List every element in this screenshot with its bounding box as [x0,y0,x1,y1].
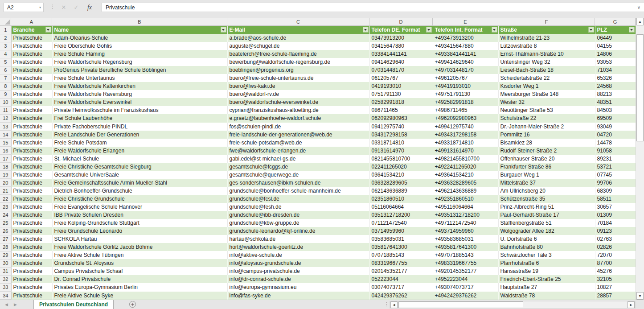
row-number[interactable]: 28 [0,243,11,251]
cell-e29[interactable]: +497071885143 [433,251,498,259]
cell-b10[interactable]: Freie Waldorfschule Everswinkel [52,98,227,106]
cell-e9[interactable]: +49751791130 [433,90,498,98]
column-header-a[interactable]: Branche [11,26,52,34]
row-number[interactable]: 32 [0,275,11,283]
cell-c19[interactable]: gesamtschule@querwege.de [227,171,369,179]
cell-c9[interactable]: buero@waldorf-rv.de [227,90,369,98]
cell-c3[interactable]: auguste@schugel.de [227,42,369,50]
filter-dropdown-icon[interactable] [221,27,226,33]
cell-a33[interactable]: Privatschule [11,283,52,291]
cell-c29[interactable]: info@aktive-schule.de [227,251,369,259]
cell-f26[interactable]: Wolgograder Allee 182 [498,227,595,235]
cell-g9[interactable]: 88213 [595,90,636,98]
row-number[interactable]: 3 [0,42,11,50]
row-number[interactable]: 10 [0,98,11,106]
cell-e2[interactable]: +493473913200 [433,34,498,42]
cell-d19[interactable]: 03641534210 [369,171,433,179]
cell-e15[interactable]: +493318714810 [433,139,498,147]
row-number[interactable]: 19 [0,171,11,179]
cell-a19[interactable]: Privatschule [11,171,52,179]
cell-e4[interactable]: +4933841441141 [433,50,498,58]
cell-g34[interactable]: 28857 [595,292,636,300]
cell-a16[interactable]: Privatschule [11,147,52,155]
cell-b26[interactable]: Freie Grundschule Leonardo [52,227,227,235]
cell-d10[interactable]: 02582991818 [369,98,433,106]
cell-g5[interactable]: 93053 [595,58,636,66]
cell-b30[interactable]: Grundschule St. Aloysius [52,259,227,267]
cell-g13[interactable]: 93049 [595,123,636,131]
row-number[interactable]: 2 [0,34,11,42]
cell-g15[interactable]: 14478 [595,139,636,147]
cell-f30[interactable]: Pfarrhofstraße 6 [498,259,595,267]
cell-c11[interactable]: cyprian@franziskushaus-altoetting.de [227,106,369,114]
row-number[interactable]: 30 [0,259,11,267]
cell-e28[interactable]: +4935817641300 [433,243,498,251]
cell-e34[interactable]: +4942429376262 [433,292,498,300]
filter-dropdown-icon[interactable] [426,27,432,33]
cell-e11[interactable]: +4986711465 [433,106,498,114]
cell-d7[interactable]: 061205767 [369,74,433,82]
cell-f32[interactable]: Friedrich-Ebert-Straße 25 [498,275,595,283]
cell-c20[interactable]: ges-sondershausen@ibkm-schulen.de [227,179,369,187]
cell-f29[interactable]: Schwärzlocher Täle 3 [498,251,595,259]
column-letter-c[interactable]: C [227,18,369,25]
cell-c13[interactable]: fos@schulen-pindl.de [227,123,369,131]
sheet-nav-right-icon[interactable]: ▶ [14,300,17,309]
enter-icon[interactable]: ✓ [70,3,82,12]
cell-e10[interactable]: +492582991818 [433,98,498,106]
cell-e23[interactable]: +495116064664 [433,203,498,211]
cell-g32[interactable]: 32105 [595,275,636,283]
cell-c7[interactable]: buero@freie-schule-untertaunus.de [227,74,369,82]
cell-g27[interactable]: 02763 [595,235,636,243]
row-number[interactable]: 9 [0,90,11,98]
cell-a4[interactable]: Privatschule [11,50,52,58]
cell-e25[interactable]: +4971121472540 [433,219,498,227]
cell-e32[interactable]: +4952223044 [433,275,498,283]
cell-g6[interactable]: 71034 [595,66,636,74]
cell-f4[interactable]: Ernst-Thälmann-Straße 10 [498,50,595,58]
cell-c18[interactable]: gesamtschule@fcggs.de [227,163,369,171]
cell-e31[interactable]: +4920145352177 [433,267,498,275]
cell-a5[interactable]: Privatschule [11,58,52,66]
cell-c32[interactable]: info@dr-conrad-schule.de [227,275,369,283]
cell-e8[interactable]: +49419193010 [433,82,498,90]
cell-g7[interactable]: 65326 [595,74,636,82]
cell-f5[interactable]: Unterislinger Weg 32 [498,58,595,66]
cell-g4[interactable]: 14806 [595,50,636,58]
cell-a17[interactable]: Privatschule [11,155,52,163]
column-letter-e[interactable]: E [433,18,498,25]
cell-e20[interactable]: +4936328289605 [433,179,498,187]
scroll-up-icon[interactable]: ▲ [636,18,644,25]
cell-g18[interactable]: 53721 [595,163,636,171]
cell-a6[interactable]: Privatschule [11,66,52,74]
cell-g19[interactable]: 07745 [595,171,636,179]
cell-c33[interactable]: info@europa-gymnasium.eu [227,283,369,291]
cell-a9[interactable]: Privatschule [11,90,52,98]
cell-d32[interactable]: 052223044 [369,275,433,283]
cell-c23[interactable]: grundschule@fesh.de [227,203,369,211]
cell-g12[interactable]: 69509 [595,114,636,122]
cell-e30[interactable]: +4983319667755 [433,259,498,267]
cell-d12[interactable]: 062092980963 [369,114,433,122]
row-number[interactable]: 7 [0,74,11,82]
cell-g31[interactable]: 45276 [595,267,636,275]
cell-d31[interactable]: 020145352177 [369,267,433,275]
cell-f8[interactable]: Kisdorfer Weg 1 [498,82,595,90]
row-number[interactable]: 24 [0,211,11,219]
cell-d23[interactable]: 05116064664 [369,203,433,211]
column-letter-d[interactable]: D [369,18,433,25]
cell-d3[interactable]: 03415647880 [369,42,433,50]
row-number[interactable]: 25 [0,219,11,227]
cell-f14[interactable]: Pommlitz 16 [498,131,595,139]
cell-c2[interactable]: a.brade@aos-schule.de [227,34,369,42]
cell-g2[interactable]: 06449 [595,34,636,42]
cell-a26[interactable]: Privatschule [11,227,52,235]
cell-a20[interactable]: Privatschule [11,179,52,187]
cell-a12[interactable]: Privatschule [11,114,52,122]
cell-g25[interactable]: 70184 [595,219,636,227]
cell-d21[interactable]: 062143636889 [369,187,433,195]
cell-e12[interactable]: +4962092980963 [433,114,498,122]
cell-g33[interactable]: 10827 [595,283,636,291]
column-header-b[interactable]: Name [52,26,227,34]
cell-f24[interactable]: Paul-Gerhardt-Straße 17 [498,211,595,219]
